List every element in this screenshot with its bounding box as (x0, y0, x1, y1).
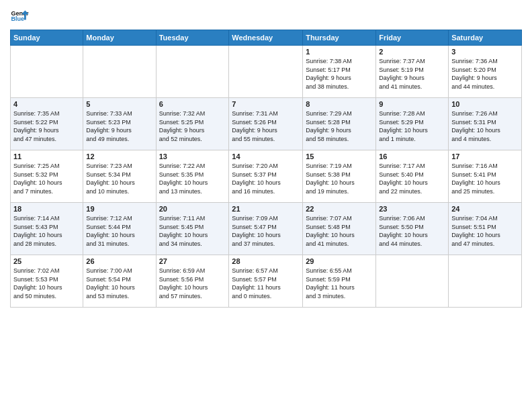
calendar-cell: 5Sunrise: 7:33 AM Sunset: 5:23 PM Daylig… (83, 98, 156, 150)
day-info: Sunrise: 7:37 AM Sunset: 5:19 PM Dayligh… (379, 57, 445, 91)
calendar-cell: 16Sunrise: 7:17 AM Sunset: 5:40 PM Dayli… (376, 150, 449, 203)
calendar-header-friday: Friday (376, 30, 449, 46)
day-info: Sunrise: 7:35 AM Sunset: 5:22 PM Dayligh… (13, 109, 80, 143)
day-info: Sunrise: 7:14 AM Sunset: 5:43 PM Dayligh… (13, 214, 80, 248)
day-info: Sunrise: 7:38 AM Sunset: 5:17 PM Dayligh… (306, 57, 373, 91)
day-info: Sunrise: 7:19 AM Sunset: 5:38 PM Dayligh… (306, 162, 373, 195)
day-number: 15 (306, 152, 373, 161)
calendar-cell: 24Sunrise: 7:04 AM Sunset: 5:51 PM Dayli… (449, 203, 522, 255)
day-number: 14 (232, 152, 300, 161)
day-number: 11 (13, 152, 80, 161)
calendar-cell: 22Sunrise: 7:07 AM Sunset: 5:48 PM Dayli… (303, 203, 376, 255)
calendar-cell: 8Sunrise: 7:29 AM Sunset: 5:28 PM Daylig… (303, 98, 376, 150)
day-number: 12 (86, 152, 152, 161)
day-info: Sunrise: 7:11 AM Sunset: 5:45 PM Dayligh… (159, 214, 226, 248)
day-number: 23 (379, 205, 445, 213)
calendar-cell: 21Sunrise: 7:09 AM Sunset: 5:47 PM Dayli… (229, 203, 303, 255)
day-info: Sunrise: 7:07 AM Sunset: 5:48 PM Dayligh… (306, 214, 373, 248)
day-number: 28 (232, 257, 300, 265)
calendar-cell: 20Sunrise: 7:11 AM Sunset: 5:45 PM Dayli… (156, 203, 229, 255)
calendar-week-row: 18Sunrise: 7:14 AM Sunset: 5:43 PM Dayli… (11, 203, 522, 255)
calendar-cell: 17Sunrise: 7:16 AM Sunset: 5:41 PM Dayli… (449, 150, 522, 203)
day-number: 13 (159, 152, 226, 161)
calendar-cell: 11Sunrise: 7:25 AM Sunset: 5:32 PM Dayli… (11, 150, 83, 203)
calendar-cell: 3Sunrise: 7:36 AM Sunset: 5:20 PM Daylig… (449, 46, 522, 98)
day-info: Sunrise: 7:31 AM Sunset: 5:26 PM Dayligh… (232, 109, 300, 143)
calendar-header-row: SundayMondayTuesdayWednesdayThursdayFrid… (11, 30, 522, 46)
calendar-cell: 25Sunrise: 7:02 AM Sunset: 5:53 PM Dayli… (11, 255, 83, 308)
day-number: 17 (451, 152, 519, 161)
day-number: 22 (306, 205, 373, 213)
calendar-cell (83, 46, 156, 98)
day-number: 5 (86, 100, 152, 108)
day-number: 25 (13, 257, 80, 265)
day-number: 6 (159, 100, 226, 108)
day-number: 10 (451, 100, 519, 108)
calendar-header-sunday: Sunday (11, 30, 83, 46)
calendar-cell: 6Sunrise: 7:32 AM Sunset: 5:25 PM Daylig… (156, 98, 229, 150)
day-number: 1 (306, 48, 373, 56)
calendar-cell: 29Sunrise: 6:55 AM Sunset: 5:59 PM Dayli… (303, 255, 376, 308)
day-number: 27 (159, 257, 226, 265)
calendar-cell: 10Sunrise: 7:26 AM Sunset: 5:31 PM Dayli… (449, 98, 522, 150)
day-info: Sunrise: 7:28 AM Sunset: 5:29 PM Dayligh… (379, 109, 445, 143)
calendar-cell: 23Sunrise: 7:06 AM Sunset: 5:50 PM Dayli… (376, 203, 449, 255)
day-number: 4 (13, 100, 80, 108)
day-number: 3 (451, 48, 519, 56)
day-info: Sunrise: 6:59 AM Sunset: 5:56 PM Dayligh… (159, 267, 226, 300)
calendar-cell: 2Sunrise: 7:37 AM Sunset: 5:19 PM Daylig… (376, 46, 449, 98)
calendar-cell: 28Sunrise: 6:57 AM Sunset: 5:57 PM Dayli… (229, 255, 303, 308)
day-info: Sunrise: 7:04 AM Sunset: 5:51 PM Dayligh… (451, 214, 519, 248)
calendar-cell (229, 46, 303, 98)
calendar-cell: 26Sunrise: 7:00 AM Sunset: 5:54 PM Dayli… (83, 255, 156, 308)
day-info: Sunrise: 6:55 AM Sunset: 5:59 PM Dayligh… (306, 267, 373, 300)
day-info: Sunrise: 7:26 AM Sunset: 5:31 PM Dayligh… (451, 109, 519, 143)
day-info: Sunrise: 7:17 AM Sunset: 5:40 PM Dayligh… (379, 162, 445, 195)
calendar-header-thursday: Thursday (303, 30, 376, 46)
calendar-header-tuesday: Tuesday (156, 30, 229, 46)
day-number: 2 (379, 48, 445, 56)
calendar-week-row: 1Sunrise: 7:38 AM Sunset: 5:17 PM Daylig… (11, 46, 522, 98)
day-number: 9 (379, 100, 445, 108)
day-number: 24 (451, 205, 519, 213)
day-info: Sunrise: 7:23 AM Sunset: 5:34 PM Dayligh… (86, 162, 152, 195)
day-info: Sunrise: 7:33 AM Sunset: 5:23 PM Dayligh… (86, 109, 152, 143)
calendar-header-saturday: Saturday (449, 30, 522, 46)
day-info: Sunrise: 7:16 AM Sunset: 5:41 PM Dayligh… (451, 162, 519, 195)
day-info: Sunrise: 6:57 AM Sunset: 5:57 PM Dayligh… (232, 267, 300, 300)
day-number: 8 (306, 100, 373, 108)
calendar-cell: 4Sunrise: 7:35 AM Sunset: 5:22 PM Daylig… (11, 98, 83, 150)
day-number: 18 (13, 205, 80, 213)
calendar-cell: 18Sunrise: 7:14 AM Sunset: 5:43 PM Dayli… (11, 203, 83, 255)
day-number: 29 (306, 257, 373, 265)
day-info: Sunrise: 7:06 AM Sunset: 5:50 PM Dayligh… (379, 214, 445, 248)
calendar-week-row: 4Sunrise: 7:35 AM Sunset: 5:22 PM Daylig… (11, 98, 522, 150)
day-number: 26 (86, 257, 152, 265)
day-info: Sunrise: 7:36 AM Sunset: 5:20 PM Dayligh… (451, 57, 519, 91)
calendar-cell: 27Sunrise: 6:59 AM Sunset: 5:56 PM Dayli… (156, 255, 229, 308)
calendar-cell: 14Sunrise: 7:20 AM Sunset: 5:37 PM Dayli… (229, 150, 303, 203)
calendar-cell: 19Sunrise: 7:12 AM Sunset: 5:44 PM Dayli… (83, 203, 156, 255)
day-info: Sunrise: 7:29 AM Sunset: 5:28 PM Dayligh… (306, 109, 373, 143)
calendar-cell: 15Sunrise: 7:19 AM Sunset: 5:38 PM Dayli… (303, 150, 376, 203)
day-info: Sunrise: 7:20 AM Sunset: 5:37 PM Dayligh… (232, 162, 300, 195)
day-number: 20 (159, 205, 226, 213)
calendar-cell (11, 46, 83, 98)
logo: General Blue (10, 7, 29, 26)
day-number: 21 (232, 205, 300, 213)
calendar-cell: 13Sunrise: 7:22 AM Sunset: 5:35 PM Dayli… (156, 150, 229, 203)
calendar-table: SundayMondayTuesdayWednesdayThursdayFrid… (10, 30, 522, 308)
day-number: 19 (86, 205, 152, 213)
logo-icon: General Blue (10, 7, 29, 26)
day-info: Sunrise: 7:32 AM Sunset: 5:25 PM Dayligh… (159, 109, 226, 143)
calendar-week-row: 11Sunrise: 7:25 AM Sunset: 5:32 PM Dayli… (11, 150, 522, 203)
svg-text:Blue: Blue (11, 15, 24, 22)
calendar-week-row: 25Sunrise: 7:02 AM Sunset: 5:53 PM Dayli… (11, 255, 522, 308)
day-number: 16 (379, 152, 445, 161)
day-info: Sunrise: 7:12 AM Sunset: 5:44 PM Dayligh… (86, 214, 152, 248)
calendar-cell: 7Sunrise: 7:31 AM Sunset: 5:26 PM Daylig… (229, 98, 303, 150)
day-info: Sunrise: 7:09 AM Sunset: 5:47 PM Dayligh… (232, 214, 300, 248)
calendar-cell (376, 255, 449, 308)
calendar-cell (449, 255, 522, 308)
day-info: Sunrise: 7:22 AM Sunset: 5:35 PM Dayligh… (159, 162, 226, 195)
